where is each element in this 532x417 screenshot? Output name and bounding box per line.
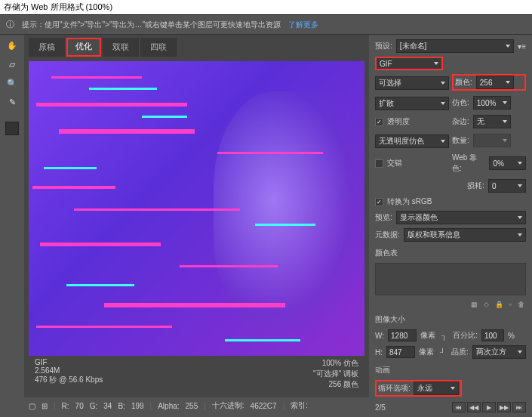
hand-tool-icon[interactable]: ✋ <box>5 39 19 52</box>
hint-toolbar: ⓘ 提示：使用"文件">"导出">"导出为…"或右键单击某个图层可更快速地导出资… <box>0 15 532 35</box>
first-frame-button[interactable]: ⏮ <box>452 402 466 412</box>
hex-val: 4622C7 <box>251 402 277 410</box>
color-swatch[interactable] <box>5 122 19 135</box>
info-colors: 256 颜色 <box>313 379 358 390</box>
color-table-grid[interactable] <box>375 263 526 295</box>
preview-as-select[interactable]: 显示器颜色 <box>396 211 526 224</box>
image-size-title: 图像大小 <box>375 314 526 325</box>
index-label: 索引: <box>291 400 308 411</box>
hex-label: 十六进制: <box>212 400 244 411</box>
learn-more-link[interactable]: 了解更多 <box>288 20 318 30</box>
prev-frame-button[interactable]: ◀◀ <box>467 402 481 412</box>
transparency-label: 透明度 <box>387 116 410 127</box>
lossy-label: 损耗: <box>467 181 484 191</box>
transparency-checkbox[interactable] <box>375 118 383 126</box>
loop-select[interactable]: 永远 <box>414 381 459 395</box>
color-reduction-select[interactable]: 可选择 <box>375 76 449 90</box>
preset-label: 预设: <box>375 41 392 51</box>
matte-select[interactable]: 无 <box>473 115 511 128</box>
format-select[interactable]: GIF <box>375 57 443 70</box>
square-icon: ▢ <box>29 402 35 410</box>
colors-label: 颜色: <box>455 77 472 88</box>
animation-controls: 2/5 ⏮ ◀◀ ▶ ▶▶ ⏭ <box>375 400 526 414</box>
preview-canvas[interactable] <box>29 61 364 356</box>
slice-select-tool-icon[interactable]: ▱ <box>5 57 19 71</box>
preset-select[interactable]: [未命名] <box>396 39 514 53</box>
hint-text: 提示：使用"文件">"导出">"导出为…"或右键单击某个图层可更快速地导出资源 <box>22 20 281 30</box>
info-format: GIF <box>35 358 103 366</box>
ct-trash-icon[interactable]: 🗑 <box>518 301 524 308</box>
tab-optimized[interactable]: 优化 <box>66 38 101 57</box>
alpha-val: 255 <box>186 402 198 410</box>
px-h: 像素 <box>419 347 434 357</box>
settings-panel: 预设: [未命名] ▾≡ GIF 可选择 颜色: 256 扩散 仿色: 100%… <box>369 35 532 417</box>
eyedropper-tool-icon[interactable]: ✎ <box>5 95 19 109</box>
amount-label: 数量: <box>452 135 469 146</box>
convert-srgb-label: 转换为 sRGB <box>387 196 432 207</box>
ct-lock-icon[interactable]: 🔒 <box>495 301 503 308</box>
info-quality: 100% 仿色 <box>313 358 358 369</box>
zoom-tool-icon[interactable]: 🔍 <box>5 76 19 90</box>
info-size: 2.564M <box>35 366 103 375</box>
next-frame-button[interactable]: ▶▶ <box>497 402 511 412</box>
ct-icon-2[interactable]: ◇ <box>484 301 489 308</box>
height-input[interactable] <box>386 346 415 358</box>
websnap-select[interactable]: 0% <box>489 156 526 170</box>
loop-label: 循环选项: <box>378 383 411 394</box>
amount-select <box>473 134 511 147</box>
tab-two-up[interactable]: 双联 <box>103 38 139 57</box>
animation-title: 动画 <box>375 365 526 375</box>
frame-counter: 2/5 <box>375 403 386 412</box>
trans-dither-select[interactable]: 无透明度仿色 <box>375 134 449 148</box>
b-label: B: <box>118 402 125 410</box>
preview-info-bar: GIF 2.564M 476 秒 @ 56.6 Kbps 100% 仿色 "可选… <box>29 356 364 392</box>
resample-select[interactable]: 两次立方 <box>472 345 526 359</box>
b-val: 199 <box>131 402 144 410</box>
view-tabs: 原稿 优化 双联 四联 <box>24 35 369 57</box>
tab-original[interactable]: 原稿 <box>29 38 65 57</box>
ct-new-icon[interactable]: ▫ <box>509 301 512 308</box>
last-frame-button[interactable]: ⏭ <box>512 402 526 412</box>
r-label: R: <box>62 402 69 410</box>
warn-icon: ⊞ <box>42 402 48 410</box>
preset-menu-icon[interactable]: ▾≡ <box>518 42 526 51</box>
lossy-select[interactable]: 0 <box>488 179 526 193</box>
g-val: 34 <box>103 402 112 410</box>
convert-srgb-checkbox[interactable] <box>375 198 383 206</box>
dither-select[interactable]: 扩散 <box>375 97 449 110</box>
colors-select[interactable]: 256 <box>476 76 514 89</box>
matte-label: 杂边: <box>452 116 469 127</box>
interlaced-checkbox[interactable] <box>375 159 383 168</box>
pct-sign: % <box>508 332 515 340</box>
info-palette: "可选择" 调板 <box>313 369 358 379</box>
metadata-select[interactable]: 版权和联系信息 <box>404 228 526 242</box>
window-title: 存储为 Web 所用格式 (100%) <box>0 0 532 15</box>
center-area: 原稿 优化 双联 四联 <box>24 35 369 417</box>
dither-pct-label: 仿色: <box>452 97 469 108</box>
quality-label: 品质: <box>451 347 469 357</box>
width-input[interactable] <box>388 329 417 341</box>
interlaced-label: 交错 <box>387 158 402 168</box>
w-label: W: <box>375 332 384 340</box>
preview-as-label: 预览: <box>375 212 392 223</box>
px-w: 像素 <box>420 330 435 341</box>
canvas-container: GIF 2.564M 476 秒 @ 56.6 Kbps 100% 仿色 "可选… <box>24 57 369 397</box>
h-label: H: <box>375 348 383 357</box>
color-table-title: 颜色表 <box>375 248 526 258</box>
websnap-label: Web 靠色: <box>452 153 485 174</box>
tool-sidebar: ✋ ▱ 🔍 ✎ <box>0 35 24 417</box>
color-readout-bar: ▢ ⊞ | R:70 G:34 B:199 | Alpha:255 | 十六进制… <box>24 397 369 414</box>
percent-input[interactable] <box>481 329 504 341</box>
info-time: 476 秒 @ 56.6 Kbps <box>35 375 103 385</box>
preview-row: 预览... 存储... 取消 完成 <box>24 414 369 417</box>
color-table-toolbar: ▦ ◇ 🔒 ▫ 🗑 <box>375 299 526 310</box>
info-icon: ⓘ <box>6 19 14 30</box>
metadata-label: 元数据: <box>375 230 400 240</box>
g-label: G: <box>90 402 98 410</box>
r-val: 70 <box>75 402 84 410</box>
dither-pct-select[interactable]: 100% <box>473 96 511 110</box>
percent-label: 百分比: <box>453 330 478 341</box>
ct-icon-1[interactable]: ▦ <box>471 301 478 308</box>
tab-four-up[interactable]: 四联 <box>140 38 177 57</box>
play-button[interactable]: ▶ <box>482 402 496 412</box>
